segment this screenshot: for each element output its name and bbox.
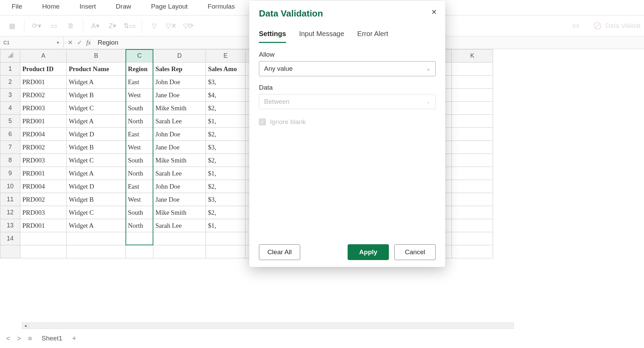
refresh-icon[interactable]: ⟳▾ <box>31 21 42 31</box>
cell[interactable]: Widget B <box>67 193 126 206</box>
row-header[interactable]: 7 <box>0 141 20 154</box>
cell[interactable]: $1, <box>206 115 245 128</box>
clear-filter-icon[interactable]: ▽✕ <box>166 21 176 31</box>
cell[interactable]: $3, <box>206 141 245 154</box>
ribbon-tab-draw[interactable]: Draw <box>114 1 132 12</box>
sheet-tab[interactable]: Sheet1 <box>39 334 65 343</box>
cell[interactable]: PRD001 <box>20 167 67 180</box>
row-header[interactable]: 4 <box>0 102 20 115</box>
cell[interactable]: John Doe <box>153 76 206 89</box>
row-header[interactable]: 12 <box>0 206 20 219</box>
cell[interactable]: John Doe <box>153 128 206 141</box>
select-all-corner[interactable] <box>0 49 20 63</box>
cell[interactable]: John Doe <box>153 180 206 193</box>
cell[interactable] <box>452 206 493 219</box>
cell[interactable]: Sarah Lee <box>153 219 206 232</box>
cell[interactable]: Mike Smith <box>153 102 206 115</box>
apply-button[interactable]: Apply <box>348 244 389 260</box>
cell[interactable]: Sarah Lee <box>153 167 206 180</box>
cell[interactable]: PRD002 <box>20 193 67 206</box>
dialog-tab-input-message[interactable]: Input Message <box>299 30 344 43</box>
cell[interactable]: Sales Rep <box>153 63 206 76</box>
cell[interactable] <box>452 63 493 76</box>
cell[interactable]: Jane Doe <box>153 141 206 154</box>
cell[interactable]: West <box>126 193 153 206</box>
cell[interactable]: South <box>126 154 153 167</box>
row-header[interactable]: 5 <box>0 115 20 128</box>
cell[interactable] <box>206 232 245 245</box>
row-header[interactable]: 3 <box>0 89 20 102</box>
all-sheets-icon[interactable]: ≡ <box>28 335 32 343</box>
cancel-edit-icon[interactable]: ✕ <box>68 39 73 46</box>
cell[interactable]: PRD003 <box>20 102 67 115</box>
cell[interactable] <box>452 193 493 206</box>
cell[interactable] <box>452 167 493 180</box>
cell[interactable]: East <box>126 128 153 141</box>
cell[interactable]: East <box>126 76 153 89</box>
row-header[interactable]: 13 <box>0 219 20 232</box>
data-validation-ribbon-button[interactable]: Data Validat <box>605 22 641 30</box>
row-header[interactable]: 6 <box>0 128 20 141</box>
cell[interactable]: PRD001 <box>20 76 67 89</box>
ribbon-tab-formulas[interactable]: Formulas <box>206 1 236 12</box>
ribbon-tab-insert[interactable]: Insert <box>78 1 97 12</box>
add-sheet-icon[interactable]: + <box>72 334 76 343</box>
cell[interactable] <box>153 232 206 245</box>
name-box[interactable]: C1 ▼ <box>0 36 64 49</box>
dialog-tab-settings[interactable]: Settings <box>259 30 286 43</box>
cell[interactable]: Widget D <box>67 128 126 141</box>
cell[interactable]: Mike Smith <box>153 154 206 167</box>
row-header[interactable]: 8 <box>0 154 20 167</box>
close-icon[interactable]: ✕ <box>429 7 439 17</box>
cell[interactable]: Jane Doe <box>153 193 206 206</box>
cell[interactable]: Jane Doe <box>153 89 206 102</box>
cell[interactable]: East <box>126 180 153 193</box>
cell[interactable] <box>452 232 493 245</box>
cell[interactable]: Widget A <box>67 219 126 232</box>
cell[interactable]: PRD003 <box>20 206 67 219</box>
cell[interactable]: PRD001 <box>20 219 67 232</box>
accept-edit-icon[interactable]: ✓ <box>77 39 82 46</box>
cell[interactable]: $3, <box>206 193 245 206</box>
cell[interactable] <box>452 154 493 167</box>
sort-desc-icon[interactable]: Z▾ <box>107 21 118 31</box>
cell[interactable]: South <box>126 102 153 115</box>
cell[interactable]: Widget A <box>67 76 126 89</box>
cell[interactable] <box>67 232 126 245</box>
sheet-nav-next-icon[interactable]: > <box>17 335 21 343</box>
cell[interactable]: Widget C <box>67 102 126 115</box>
row-header[interactable] <box>0 245 20 258</box>
cell[interactable]: PRD001 <box>20 115 67 128</box>
ribbon-tab-file[interactable]: File <box>10 1 24 12</box>
cell[interactable] <box>452 180 493 193</box>
row-header[interactable]: 10 <box>0 180 20 193</box>
cell[interactable]: North <box>126 219 153 232</box>
row-header[interactable]: 9 <box>0 167 20 180</box>
cell[interactable]: $4, <box>206 89 245 102</box>
cell[interactable] <box>452 219 493 232</box>
cell[interactable]: Widget C <box>67 206 126 219</box>
filter-icon[interactable]: ▽ <box>149 21 159 31</box>
cell[interactable] <box>452 245 493 258</box>
cell[interactable] <box>452 128 493 141</box>
cell[interactable]: West <box>126 89 153 102</box>
queries-icon[interactable]: 🗎 <box>66 21 76 31</box>
cell[interactable] <box>452 89 493 102</box>
column-header-K[interactable]: K <box>452 49 493 63</box>
clear-all-button[interactable]: Clear All <box>259 244 300 260</box>
fx-icon[interactable]: fx <box>86 39 91 46</box>
scroll-left-icon[interactable]: ◂ <box>22 323 29 328</box>
row-header[interactable]: 14 <box>0 232 20 245</box>
cell[interactable]: $2, <box>206 128 245 141</box>
row-header[interactable]: 11 <box>0 193 20 206</box>
cell[interactable]: $2, <box>206 180 245 193</box>
row-header[interactable]: 2 <box>0 76 20 89</box>
cell[interactable] <box>452 115 493 128</box>
ribbon-tab-page-layout[interactable]: Page Layout <box>150 1 189 12</box>
cell[interactable] <box>126 245 153 258</box>
column-header-B[interactable]: B <box>67 49 126 63</box>
cell[interactable]: North <box>126 167 153 180</box>
cell[interactable]: $3, <box>206 76 245 89</box>
cell[interactable]: PRD003 <box>20 154 67 167</box>
cell[interactable]: Product ID <box>20 63 67 76</box>
